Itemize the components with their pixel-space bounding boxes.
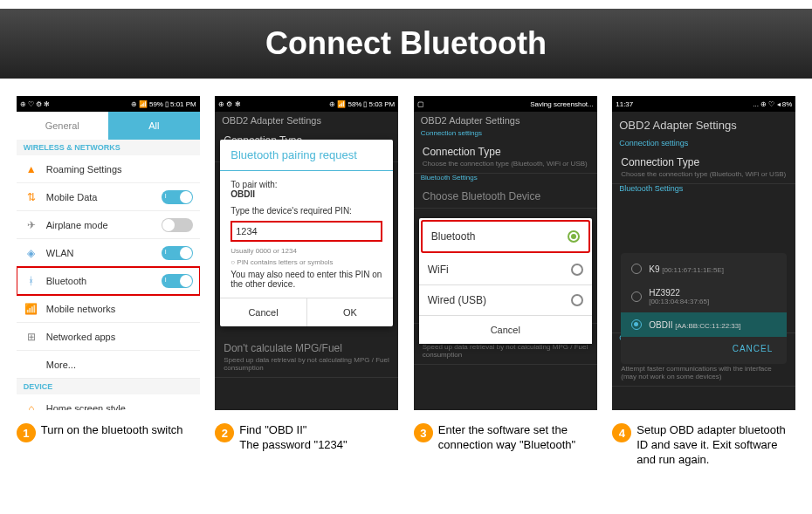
tabs: General All — [17, 112, 200, 140]
page-title: OBD2 Adapter Settings — [215, 112, 398, 129]
cancel-button[interactable]: Cancel — [419, 316, 592, 344]
step-number: 1 — [17, 423, 36, 442]
option-bluetooth[interactable]: Bluetooth — [421, 220, 590, 253]
cancel-button[interactable]: CANCEL — [621, 337, 787, 360]
conn-settings-hdr: Connection settings — [612, 139, 795, 151]
mobile-data-switch[interactable]: I — [162, 190, 193, 204]
airplane-switch[interactable] — [162, 218, 193, 232]
wlan-switch[interactable]: I — [162, 246, 193, 260]
signal-icon: ⊕ 📶 — [329, 100, 346, 108]
status-icons: ... ⊕ ♡ ◂ — [753, 100, 780, 108]
option-wired[interactable]: Wired (USB) — [419, 285, 592, 316]
radio-icon — [631, 264, 642, 274]
cancel-button[interactable]: Cancel — [220, 298, 307, 326]
status-right: ⊕ 📶 58% ▯ 5:03 PM — [329, 100, 395, 108]
phone-2: ⊕ ⚙ ✻ ⊕ 📶 58% ▯ 5:03 PM OBD2 Adapter Set… — [215, 96, 398, 410]
row-airplane[interactable]: ✈Airplane mode — [17, 211, 200, 239]
conn-type-item[interactable]: Connection Type Choose the connection ty… — [612, 151, 795, 184]
statusbar: 11:37 ... ⊕ ♡ ◂ 8% — [612, 96, 795, 112]
radio-icon — [571, 294, 583, 306]
bt-settings-hdr: Bluetooth Settings — [612, 184, 795, 196]
device-hz3922[interactable]: HZ3922[00:13:04:84:37:65] — [621, 281, 787, 312]
conn-type-item[interactable]: Connection Type Choose the connection ty… — [414, 140, 597, 174]
step-number: 2 — [215, 423, 234, 442]
option-wifi[interactable]: WiFi — [419, 255, 592, 285]
step-number: 3 — [414, 423, 433, 442]
battery-icon: ▯ — [363, 100, 367, 108]
hint: Usually 0000 or 1234 — [231, 247, 382, 255]
choose-bt-item: Choose Bluetooth Device — [414, 185, 597, 209]
mpg-item[interactable]: Don't calculate MPG/Fuel Speed up data r… — [215, 337, 398, 378]
banner: Connect Bluetooth — [0, 9, 812, 79]
row-bluetooth[interactable]: ᚼBluetoothI — [17, 267, 200, 295]
pin-input[interactable]: 1234 — [231, 221, 382, 242]
radio-icon — [571, 264, 583, 276]
mobile-data-icon: ⇅ — [24, 189, 39, 205]
steps-row: 1Turn on the bluetooth switch 2Find "OBD… — [0, 419, 812, 472]
row-mobile-networks[interactable]: 📶Mobile networks — [17, 295, 200, 323]
networked-apps-icon: ⊞ — [24, 329, 39, 345]
dialog-buttons: Cancel OK — [220, 298, 393, 326]
phones-row: ⊕ ♡ ⚙ ✻ ⊕ 📶 59% ▯ 5:01 PM General All WI… — [0, 79, 812, 419]
battery-icon: ▯ — [165, 100, 169, 108]
section-device: DEVICE — [17, 379, 200, 394]
section-wireless: WIRELESS & NETWORKS — [17, 140, 200, 155]
radio-icon — [631, 291, 642, 302]
signal-icon: ⊕ 📶 — [131, 100, 148, 108]
status-right: ... ⊕ ♡ ◂ 8% — [753, 100, 792, 108]
device-k9[interactable]: K9 [00:11:67:11:1E:5E] — [621, 257, 787, 281]
device-name: OBDII — [231, 189, 382, 199]
statusbar: ▢ Saving screenshot... — [414, 96, 597, 112]
mobile-networks-icon: 📶 — [24, 301, 39, 317]
bluetooth-switch[interactable]: I — [162, 274, 193, 288]
step-3: 3Enter the software set the connection w… — [414, 423, 597, 468]
statusbar: ⊕ ⚙ ✻ ⊕ 📶 58% ▯ 5:03 PM — [215, 96, 398, 112]
dialog-title: Bluetooth pairing request — [220, 140, 393, 171]
status-icons-left: ⊕ ⚙ ✻ — [218, 100, 240, 108]
row-wlan[interactable]: ◈WLANI — [17, 239, 200, 267]
tab-general[interactable]: General — [17, 112, 108, 140]
phone-4: 11:37 ... ⊕ ♡ ◂ 8% OBD2 Adapter Settings… — [612, 96, 795, 410]
conn-settings-hdr: Connection settings — [414, 129, 597, 140]
step-1: 1Turn on the bluetooth switch — [17, 423, 200, 468]
wifi-icon: ◈ — [24, 245, 39, 261]
row-home-screen[interactable]: ⌂Home screen style — [17, 394, 200, 410]
page-title: OBD2 Adapter Settings — [612, 112, 795, 139]
conn-type-dialog: Bluetooth WiFi Wired (USB) Cancel — [419, 218, 592, 344]
statusbar: ⊕ ♡ ⚙ ✻ ⊕ 📶 59% ▯ 5:01 PM — [17, 96, 200, 112]
dialog-body: To pair with: OBDII Type the device's re… — [220, 171, 393, 298]
tab-all[interactable]: All — [108, 112, 200, 140]
ok-button[interactable]: OK — [307, 298, 394, 326]
bluetooth-icon: ᚼ — [24, 273, 39, 289]
row-networked-apps[interactable]: ⊞Networked apps — [17, 323, 200, 351]
status-time: 11:37 — [616, 100, 633, 108]
step-number: 4 — [612, 423, 631, 442]
step-4: 4Setup OBD adapter bluetooth ID and save… — [612, 423, 795, 468]
device-dialog: K9 [00:11:67:11:1E:5E] HZ3922[00:13:04:8… — [621, 253, 787, 364]
row-more[interactable]: More... — [17, 351, 200, 379]
row-roaming[interactable]: ▲Roaming Settings — [17, 155, 200, 183]
step-2: 2Find "OBD II" The password "1234" — [215, 423, 398, 468]
radio-icon — [631, 319, 642, 330]
phone-1: ⊕ ♡ ⚙ ✻ ⊕ 📶 59% ▯ 5:01 PM General All WI… — [17, 96, 200, 410]
page-title: OBD2 Adapter Settings — [414, 112, 597, 129]
roaming-icon: ▲ — [24, 161, 39, 177]
status-icons-left: ⊕ ♡ ⚙ ✻ — [20, 100, 51, 108]
bt-settings-hdr: Bluetooth Settings — [414, 174, 597, 185]
pairing-dialog: Bluetooth pairing request To pair with: … — [220, 140, 393, 326]
phone-3: ▢ Saving screenshot... OBD2 Adapter Sett… — [414, 96, 597, 410]
status-right: ⊕ 📶 59% ▯ 5:01 PM — [131, 100, 196, 108]
row-mobile-data[interactable]: ⇅Mobile DataI — [17, 183, 200, 211]
symbols-check[interactable]: ○ PIN contains letters or symbols — [231, 258, 382, 266]
airplane-icon: ✈ — [24, 217, 39, 233]
home-icon: ⌂ — [24, 401, 39, 411]
saving-text: Saving screenshot... — [530, 100, 593, 108]
device-obdii[interactable]: OBDII [AA:BB:CC:11:22:33] — [621, 312, 787, 337]
banner-title: Connect Bluetooth — [265, 25, 547, 62]
saving-icon: ▢ — [417, 100, 424, 108]
radio-icon — [568, 230, 580, 243]
